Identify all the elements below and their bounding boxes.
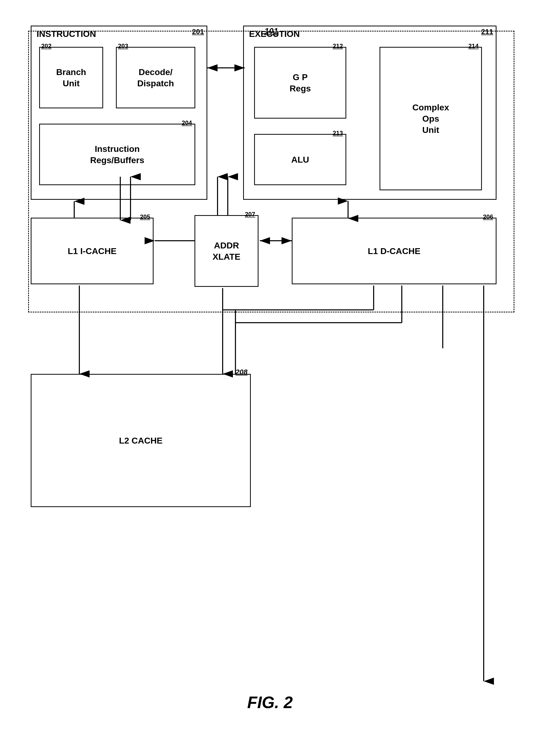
l1dcache-box-206: 206 L1 D-CACHE bbox=[292, 218, 496, 284]
l2cache-box-208: 208 L2 CACHE bbox=[31, 374, 251, 507]
gpregs-box-212: 212 G P Regs bbox=[254, 47, 346, 118]
decode-text: Decode/ Dispatch bbox=[137, 66, 174, 89]
gpregs-text: G P Regs bbox=[289, 72, 311, 94]
addrxlate-text: ADDR XLATE bbox=[213, 240, 240, 262]
branch-box-202: 202 Branch Unit bbox=[39, 47, 103, 108]
regs-ref: 204 bbox=[182, 119, 192, 126]
complex-ref: 214 bbox=[468, 43, 478, 50]
branch-ref: 202 bbox=[41, 43, 52, 50]
regs-box-204: 204 Instruction Regs/Buffers bbox=[39, 124, 195, 185]
alu-box-213: 213 ALU bbox=[254, 134, 346, 185]
instruction-ref: 201 bbox=[192, 28, 204, 36]
l2cache-ref: 208 bbox=[235, 368, 247, 376]
instruction-label: INSTRUCTION bbox=[37, 29, 96, 39]
l1icache-text: L1 I-CACHE bbox=[68, 245, 117, 257]
l1dcache-ref: 206 bbox=[483, 213, 493, 221]
l1dcache-text: L1 D-CACHE bbox=[368, 245, 421, 257]
addrxlate-box-207: 207 ADDR XLATE bbox=[195, 215, 258, 287]
complex-text: Complex Ops Unit bbox=[412, 102, 449, 136]
addrxlate-ref: 207 bbox=[245, 211, 255, 218]
l2cache-text: L2 CACHE bbox=[119, 435, 163, 446]
figure-label: FIG. 2 bbox=[247, 693, 293, 712]
execution-ref: 211 bbox=[481, 28, 493, 36]
decode-ref: 203 bbox=[118, 43, 128, 50]
alu-ref: 213 bbox=[333, 129, 343, 137]
execution-label: EXECUTION bbox=[249, 29, 300, 39]
execution-box-211: EXECUTION 211 212 G P Regs 213 ALU 214 bbox=[243, 26, 496, 200]
instruction-box-201: INSTRUCTION 201 202 Branch Unit 203 Deco… bbox=[31, 26, 207, 200]
l1icache-ref: 205 bbox=[140, 213, 150, 221]
regs-text: Instruction Regs/Buffers bbox=[90, 143, 144, 166]
decode-box-203: 203 Decode/ Dispatch bbox=[116, 47, 195, 108]
alu-text: ALU bbox=[291, 154, 309, 165]
l1icache-box-205: 205 L1 I-CACHE bbox=[31, 218, 154, 284]
branch-text: Branch Unit bbox=[56, 66, 86, 89]
gpregs-ref: 212 bbox=[333, 43, 343, 50]
complex-box-214: 214 Complex Ops Unit bbox=[379, 47, 482, 190]
